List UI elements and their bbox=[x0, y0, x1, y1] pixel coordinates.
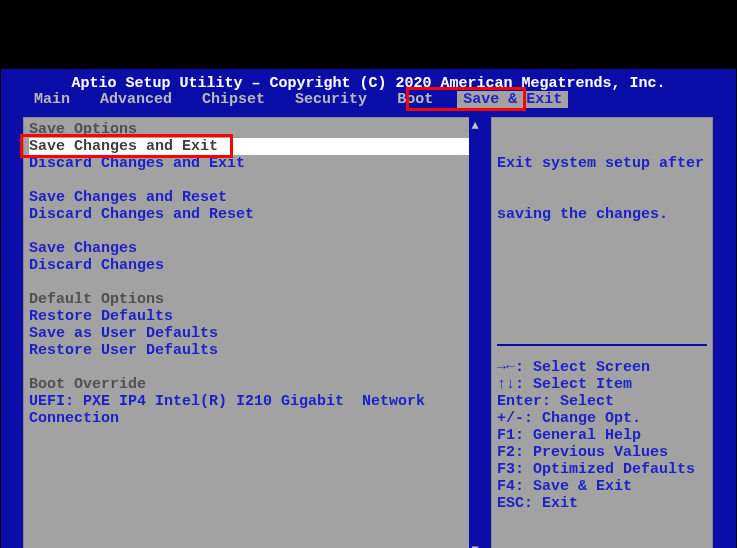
menu-item-blank bbox=[29, 172, 473, 189]
key-help-line: Enter: Select bbox=[497, 393, 695, 410]
menu-item-blank bbox=[29, 274, 473, 291]
panel-frame: Save OptionsSave Changes and ExitDiscard… bbox=[19, 111, 718, 548]
page-title: Aptio Setup Utility – Copyright (C) 2020… bbox=[1, 75, 736, 92]
menu-bar: Main Advanced Chipset Security Boot Save… bbox=[1, 91, 736, 108]
panel-left: Save OptionsSave Changes and ExitDiscard… bbox=[21, 115, 481, 548]
menu-tab-advanced[interactable]: Advanced bbox=[94, 91, 178, 108]
panel-right: Exit system setup after saving the chang… bbox=[489, 115, 715, 548]
menu-item-restore-defaults[interactable]: Restore Defaults bbox=[29, 308, 473, 325]
menu-item-connection[interactable]: Connection bbox=[29, 410, 473, 427]
menu-item-blank bbox=[29, 223, 473, 240]
menu-item-save-as-user-defaults[interactable]: Save as User Defaults bbox=[29, 325, 473, 342]
help-text-line: saving the changes. bbox=[497, 206, 707, 223]
menu-item-discard-changes[interactable]: Discard Changes bbox=[29, 257, 473, 274]
section-heading-save-options: Save Options bbox=[29, 121, 473, 138]
help-separator bbox=[497, 344, 707, 346]
scroll-down-icon[interactable]: ▼ bbox=[469, 543, 481, 548]
menu-item-discard-changes-and-exit[interactable]: Discard Changes and Exit bbox=[29, 155, 473, 172]
key-help-list: →←: Select Screen↑↓: Select ItemEnter: S… bbox=[497, 359, 695, 512]
section-heading-boot-override: Boot Override bbox=[29, 376, 473, 393]
bios-screen: Aptio Setup Utility – Copyright (C) 2020… bbox=[1, 69, 736, 548]
menu-item-save-changes[interactable]: Save Changes bbox=[29, 240, 473, 257]
menu-item-blank bbox=[29, 359, 473, 376]
panel-left-content: Save OptionsSave Changes and ExitDiscard… bbox=[29, 121, 473, 548]
key-help-line: ↑↓: Select Item bbox=[497, 376, 695, 393]
key-help-line: F4: Save & Exit bbox=[497, 478, 695, 495]
menu-item-save-changes-and-exit[interactable]: Save Changes and Exit bbox=[29, 138, 473, 155]
menu-tab-boot[interactable]: Boot bbox=[391, 91, 439, 108]
panel-right-content: Exit system setup after saving the chang… bbox=[497, 121, 707, 548]
menu-tab-chipset[interactable]: Chipset bbox=[196, 91, 271, 108]
key-help-line: →←: Select Screen bbox=[497, 359, 695, 376]
menu-item-uefi-pxe-ip4-intel-r-i210-gigabit-network[interactable]: UEFI: PXE IP4 Intel(R) I210 Gigabit Netw… bbox=[29, 393, 473, 410]
key-help-line: +/-: Change Opt. bbox=[497, 410, 695, 427]
menu-tab-save-exit[interactable]: Save & Exit bbox=[457, 91, 568, 108]
help-text-line: Exit system setup after bbox=[497, 155, 707, 172]
menu-tab-main[interactable]: Main bbox=[28, 91, 76, 108]
key-help-line: F3: Optimized Defaults bbox=[497, 461, 695, 478]
menu-item-discard-changes-and-reset[interactable]: Discard Changes and Reset bbox=[29, 206, 473, 223]
key-help-line: F1: General Help bbox=[497, 427, 695, 444]
menu-item-restore-user-defaults[interactable]: Restore User Defaults bbox=[29, 342, 473, 359]
key-help-line: F2: Previous Values bbox=[497, 444, 695, 461]
scroll-up-icon[interactable]: ▲ bbox=[469, 119, 481, 133]
section-heading-default-options: Default Options bbox=[29, 291, 473, 308]
menu-item-save-changes-and-reset[interactable]: Save Changes and Reset bbox=[29, 189, 473, 206]
menu-tab-security[interactable]: Security bbox=[289, 91, 373, 108]
key-help-line: ESC: Exit bbox=[497, 495, 695, 512]
scrollbar[interactable]: ▲ ▼ bbox=[469, 117, 481, 548]
